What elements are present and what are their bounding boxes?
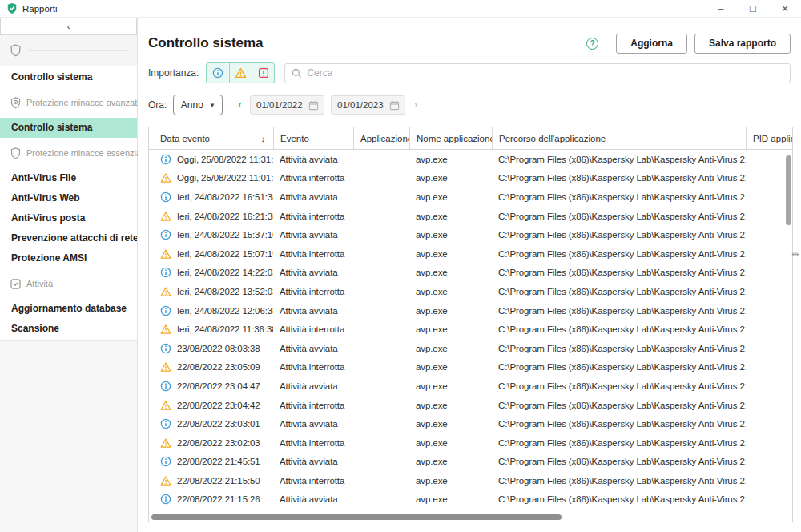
event-date: Ieri, 24/08/2022 14:22:03 <box>177 268 273 277</box>
event-cell: C:\Program Files (x86)\Kaspersky Lab\Kas… <box>492 155 746 164</box>
date-to-field[interactable]: 01/01/2023 <box>331 95 405 115</box>
event-date: 22/08/2022 21:15:50 <box>177 476 260 486</box>
close-icon[interactable]: ✕ <box>769 0 801 18</box>
sidebar-item-11[interactable]: Scansione <box>0 319 137 339</box>
event-cell: avp.exe <box>409 401 492 410</box>
critical-severity-button[interactable] <box>252 63 274 83</box>
importance-filter-row: Importanza: <box>148 62 791 83</box>
event-date: 22/08/2022 21:15:26 <box>177 494 260 504</box>
task-check-icon <box>10 279 21 289</box>
info-severity-button[interactable] <box>207 63 229 83</box>
event-cell: Attività avviata <box>273 268 353 277</box>
event-cell: Attività avviata <box>273 494 353 504</box>
event-date: 22/08/2022 21:45:51 <box>177 457 260 466</box>
event-cell: avp.exe <box>409 192 492 202</box>
table-row[interactable]: Ieri, 24/08/2022 13:52:03Attività interr… <box>149 282 792 301</box>
table-row[interactable]: Ieri, 24/08/2022 11:36:38Attività interr… <box>149 320 792 339</box>
column-header-application[interactable]: Applicazione <box>353 127 409 149</box>
table-row[interactable]: 22/08/2022 23:04:42Attività interrottaav… <box>149 396 792 415</box>
sidebar-item-6[interactable]: Anti-Virus posta <box>0 208 137 228</box>
event-date-cell: Ieri, 24/08/2022 15:37:16 <box>149 229 273 240</box>
column-header-event[interactable]: Evento <box>273 127 353 149</box>
table-row[interactable]: 22/08/2022 23:02:03Attività interrottaav… <box>149 433 792 453</box>
chevron-down-icon: ▼ <box>209 102 215 109</box>
page-title: Controllo sistema <box>148 35 586 51</box>
event-cell: C:\Program Files (x86)\Kaspersky Lab\Kas… <box>492 344 746 353</box>
table-row[interactable]: 22/08/2022 21:15:26Attività avviataavp.e… <box>149 490 792 510</box>
sidebar-item-2[interactable]: Controllo sistema <box>0 118 137 138</box>
period-select[interactable]: Anno ▼ <box>173 95 223 115</box>
event-date-cell: 23/08/2022 08:03:38 <box>149 343 273 354</box>
table-row[interactable]: Ieri, 24/08/2022 14:22:03Attività avviat… <box>149 264 792 283</box>
event-date: Ieri, 24/08/2022 11:36:38 <box>177 324 273 334</box>
sidebar-item-4[interactable]: Anti-Virus File <box>0 168 137 188</box>
sidebar-nav: Controllo sistemaProtezione minacce avan… <box>0 67 137 339</box>
vertical-scrollbar[interactable] <box>786 151 791 514</box>
event-cell: Attività interrotta <box>273 249 353 259</box>
horizontal-scrollbar-thumb[interactable] <box>151 514 562 520</box>
next-period-icon[interactable]: › <box>412 99 420 111</box>
save-report-button[interactable]: Salva rapporto <box>694 34 791 54</box>
table-row[interactable]: 22/08/2022 23:05:09Attività interrottaav… <box>149 358 792 377</box>
warning-icon <box>160 437 171 449</box>
importance-label: Importanza: <box>148 67 199 79</box>
table-row[interactable]: Ieri, 24/08/2022 15:07:15Attività interr… <box>149 244 792 264</box>
table-row[interactable]: Ieri, 24/08/2022 16:21:38Attività interr… <box>149 207 792 226</box>
event-cell: Attività interrotta <box>273 324 353 334</box>
table-row[interactable]: Ieri, 24/08/2022 12:06:38Attività avviat… <box>149 301 792 320</box>
event-cell: Attività interrotta <box>273 212 353 221</box>
previous-period-icon[interactable]: ‹ <box>235 99 244 111</box>
refresh-button[interactable]: Aggiorna <box>616 34 687 54</box>
warning-icon <box>160 211 171 222</box>
column-header-app-path[interactable]: Percorso dell'applicazione <box>492 127 746 149</box>
event-cell: C:\Program Files (x86)\Kaspersky Lab\Kas… <box>492 212 746 221</box>
vertical-scrollbar-thumb[interactable] <box>786 155 791 225</box>
sidebar-collapse-button[interactable]: ‹ <box>0 18 137 35</box>
table-row[interactable]: Oggi, 25/08/2022 11:01:15Attività interr… <box>149 169 792 188</box>
table-row[interactable]: 22/08/2022 21:45:51Attività avviataavp.e… <box>149 453 792 472</box>
info-icon <box>160 418 171 429</box>
warning-icon <box>160 286 171 297</box>
event-date-cell: 22/08/2022 23:03:01 <box>149 418 273 429</box>
event-cell: C:\Program Files (x86)\Kaspersky Lab\Kas… <box>492 306 746 316</box>
event-cell: Attività avviata <box>273 306 353 316</box>
table-row[interactable]: 23/08/2022 08:03:38Attività avviataavp.e… <box>149 339 792 358</box>
event-cell: avp.exe <box>409 155 492 164</box>
table-row[interactable]: Ieri, 24/08/2022 15:37:16Attività avviat… <box>149 225 792 244</box>
help-icon[interactable]: ? <box>586 38 598 50</box>
event-date-cell: Ieri, 24/08/2022 13:52:03 <box>149 286 273 297</box>
sidebar-item-10[interactable]: Aggiornamento database <box>0 299 137 319</box>
window-title: Rapporti <box>22 4 57 14</box>
sidebar-item-8[interactable]: Protezione AMSI <box>0 248 137 268</box>
search-input[interactable] <box>307 67 783 79</box>
event-date-cell: Ieri, 24/08/2022 16:51:38 <box>149 191 273 203</box>
maximize-icon[interactable]: ☐ <box>737 0 769 18</box>
column-header-date[interactable]: Data evento ↓ <box>149 127 273 149</box>
sidebar-item-5[interactable]: Anti-Virus Web <box>0 188 137 208</box>
event-cell: avp.exe <box>409 476 492 486</box>
minimize-icon[interactable]: – <box>705 0 737 18</box>
table-row[interactable]: 22/08/2022 23:04:47Attività avviataavp.e… <box>149 377 792 396</box>
warning-severity-button[interactable] <box>229 63 252 83</box>
event-cell: C:\Program Files (x86)\Kaspersky Lab\Kas… <box>492 381 746 391</box>
sidebar-item-0[interactable]: Controllo sistema <box>0 67 137 87</box>
table-row[interactable]: Ieri, 24/08/2022 16:51:38Attività avviat… <box>149 187 792 207</box>
table-row[interactable]: Oggi, 25/08/2022 11:31:16Attività avviat… <box>149 150 792 169</box>
event-date-cell: Ieri, 24/08/2022 15:07:15 <box>149 248 273 260</box>
table-row[interactable]: 22/08/2022 21:15:50Attività interrottaav… <box>149 471 792 490</box>
event-cell: avp.exe <box>409 212 492 221</box>
sidebar-item-7[interactable]: Prevenzione attacchi di rete <box>0 228 137 248</box>
table-row[interactable]: 22/08/2022 23:03:01Attività avviataavp.e… <box>149 414 792 433</box>
event-cell: Attività avviata <box>273 192 353 202</box>
event-date-cell: Oggi, 25/08/2022 11:01:15 <box>149 172 273 183</box>
horizontal-scrollbar[interactable] <box>150 514 784 520</box>
column-header-pid[interactable]: PID applica <box>746 127 792 149</box>
info-icon <box>160 154 171 165</box>
event-date-cell: 22/08/2022 21:15:50 <box>149 475 273 486</box>
event-cell: C:\Program Files (x86)\Kaspersky Lab\Kas… <box>492 192 746 202</box>
events-table: Data evento ↓ Evento Applicazione Nome a… <box>148 127 793 522</box>
date-from-field[interactable]: 01/01/2022 <box>250 95 324 115</box>
shield-target-icon <box>10 97 21 109</box>
resize-cursor-icon: ⇹ <box>791 249 799 260</box>
column-header-app-name[interactable]: Nome applicazione <box>409 127 492 149</box>
